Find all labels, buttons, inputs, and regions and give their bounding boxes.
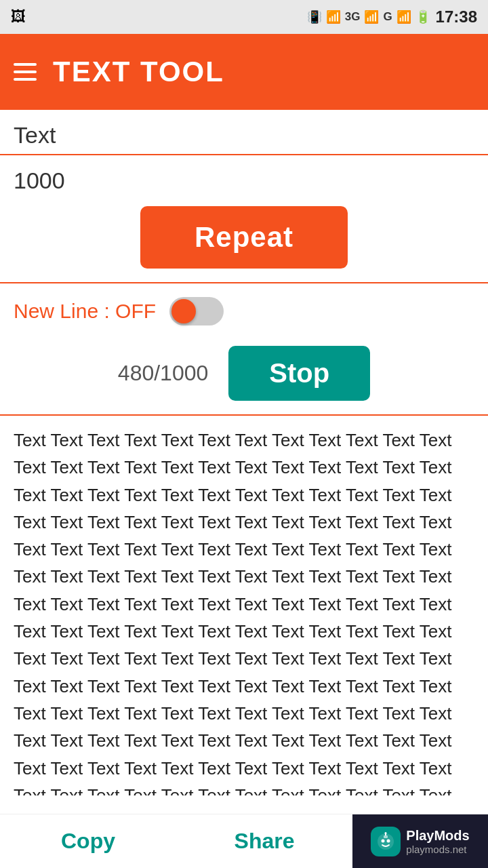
new-line-toggle[interactable]	[169, 297, 224, 326]
stop-button[interactable]: Stop	[228, 346, 370, 401]
vibrate-icon: 📳	[307, 9, 322, 24]
share-button[interactable]: Share	[176, 814, 352, 868]
menu-button[interactable]	[14, 63, 37, 81]
copy-button[interactable]: Copy	[0, 814, 176, 868]
playmods-badge-inner: PlayMods playmods.net	[371, 827, 469, 856]
main-content: Repeat New Line : OFF 480/1000 Stop Text…	[0, 110, 488, 795]
toggle-thumb	[171, 299, 196, 323]
app-title: TEXT TOOL	[53, 56, 224, 88]
playmods-icon	[371, 827, 401, 856]
playmods-name: PlayMods	[406, 828, 469, 844]
bottom-bar: Copy Share PlayMods playmods.net	[0, 814, 488, 868]
toggle-label: New Line : OFF	[14, 300, 156, 323]
hamburger-line-3	[14, 78, 37, 81]
svg-point-5	[385, 832, 387, 834]
hamburger-line-2	[14, 71, 37, 73]
hamburger-line-1	[14, 63, 37, 66]
toggle-track	[169, 297, 224, 326]
output-section: Text Text Text Text Text Text Text Text …	[0, 416, 488, 795]
svg-rect-3	[384, 835, 388, 838]
network-3g: 3G	[345, 10, 361, 24]
number-input[interactable]	[14, 162, 474, 199]
progress-text: 480/1000	[118, 361, 208, 386]
output-text: Text Text Text Text Text Text Text Text …	[14, 427, 474, 795]
status-bar: 🖼 📳 📶 3G 📶 G 📶 🔋 17:38	[0, 0, 488, 34]
playmods-badge[interactable]: PlayMods playmods.net	[352, 814, 488, 869]
status-icons: 📳 📶 3G 📶 G 📶 🔋	[307, 9, 430, 24]
repeat-button[interactable]: Repeat	[140, 206, 348, 269]
status-bar-left: 🖼	[11, 8, 26, 26]
gallery-icon: 🖼	[11, 8, 26, 26]
progress-stop-row: 480/1000 Stop	[0, 339, 488, 416]
network-g: G	[383, 10, 392, 24]
svg-point-2	[387, 839, 390, 842]
signal-icon-2: 📶	[396, 9, 411, 24]
repeat-button-section: Repeat	[0, 206, 488, 283]
app-bar: TEXT TOOL	[0, 34, 488, 110]
playmods-text-block: PlayMods playmods.net	[406, 828, 469, 855]
wifi-icon: 📶	[326, 9, 341, 24]
number-input-section	[0, 155, 488, 206]
status-bar-right: 📳 📶 3G 📶 G 📶 🔋 17:38	[307, 7, 477, 26]
playmods-url: playmods.net	[406, 844, 469, 855]
text-input-section	[0, 110, 488, 155]
toggle-row: New Line : OFF	[0, 283, 488, 339]
signal-icon: 📶	[364, 9, 379, 24]
status-time: 17:38	[436, 7, 477, 26]
svg-point-1	[382, 839, 385, 842]
text-input[interactable]	[14, 117, 474, 154]
battery-icon: 🔋	[415, 9, 430, 24]
